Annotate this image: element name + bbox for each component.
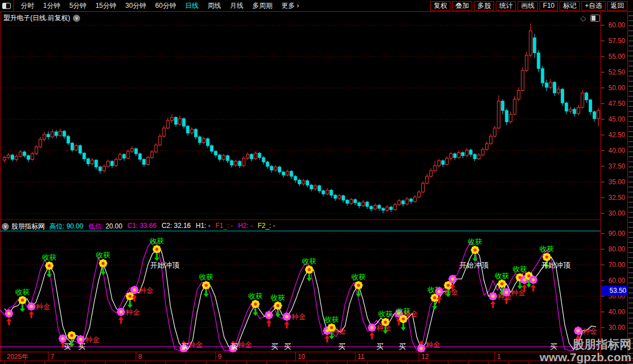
svg-text:收获: 收获 (42, 253, 57, 262)
menu-item[interactable]: 30分钟 (121, 1, 151, 11)
toolbar-button[interactable]: 统计 (496, 1, 516, 11)
svg-text:60.00: 60.00 (608, 277, 625, 284)
indicator-param: H1: - (196, 222, 211, 231)
toolbar-button[interactable]: +自选 (581, 1, 606, 11)
indicator-param: 低位: 20.00 (89, 222, 123, 231)
svg-text:种金: 种金 (583, 327, 597, 335)
svg-text:收获: 收获 (248, 292, 263, 300)
toolbar-button[interactable]: 复权 (430, 1, 450, 11)
period-menu: 分时1分钟5分钟15分钟30分钟60分钟日线周线月线多周期更多 › (16, 1, 304, 11)
svg-text:买: 买 (181, 342, 189, 351)
indicator-chevron-icon[interactable]: ∨ (2, 223, 9, 230)
harvest-flower-icon (126, 292, 134, 309)
svg-text:30.00: 30.00 (608, 209, 625, 217)
menu-item[interactable]: 更多 › (277, 1, 303, 11)
panel-toggle-icon[interactable] (2, 3, 11, 9)
svg-text:40.00: 40.00 (608, 147, 625, 155)
svg-text:买: 买 (338, 342, 346, 351)
svg-text:8: 8 (138, 353, 142, 361)
svg-text:90.00: 90.00 (608, 230, 625, 237)
menu-item[interactable]: 日线 (180, 1, 203, 11)
menu-item[interactable]: 分时 (16, 1, 39, 11)
svg-text:开始冲顶: 开始冲顶 (150, 261, 180, 269)
toolbar-divider (13, 0, 14, 11)
svg-text:57.50: 57.50 (608, 37, 625, 45)
svg-text:收获: 收获 (15, 288, 30, 296)
svg-text:9: 9 (218, 353, 222, 361)
svg-text:80.00: 80.00 (608, 245, 625, 253)
svg-text:40.00: 40.00 (608, 308, 625, 316)
menu-item[interactable]: 5分钟 (65, 1, 91, 11)
chevron-down-icon[interactable]: ∨ (73, 15, 80, 22)
menu-item[interactable]: 1分钟 (39, 1, 65, 11)
plant-flower-icon (529, 276, 538, 291)
stock-title-bar: 盟升电子(日线.前复权) ∨ (3, 13, 80, 23)
svg-text:7: 7 (50, 353, 54, 361)
indicator-header: ∨ 股朋指标网 高位: 90.00低位: 20.00C1: 33.66C2: 3… (2, 222, 280, 231)
plant-flower-icon: 种金 (117, 308, 141, 324)
svg-text:70.00: 70.00 (608, 261, 625, 269)
window-split-icon[interactable] (590, 15, 600, 22)
svg-text:收获: 收获 (539, 245, 554, 253)
watermark-line1: 股朋指标网 (539, 338, 631, 351)
indicator-param: C1: 33.66 (127, 222, 156, 231)
plant-flower-icon: 种金 (502, 288, 526, 305)
svg-text:53.50: 53.50 (609, 287, 626, 295)
svg-text:1: 1 (497, 353, 501, 361)
toolbar-button[interactable]: F10 (539, 1, 558, 11)
svg-text:种金: 种金 (511, 288, 525, 297)
svg-text:买: 买 (64, 342, 71, 351)
svg-text:10: 10 (297, 353, 305, 361)
indicator-param: C2: 32.16 (161, 222, 190, 231)
toolbar-button[interactable]: 画线 (518, 1, 538, 11)
harvest-flower-icon: 收获 (42, 253, 57, 277)
indicator-current-value: 53.50 (601, 286, 628, 296)
chart-svg: 60.0057.5055.0052.5050.0047.5045.0042.50… (0, 0, 633, 364)
svg-text:种金: 种金 (444, 288, 458, 296)
site-watermark: 股朋指标网 www.7gpzb.com (539, 338, 631, 363)
stock-title: 盟升电子(日线.前复权) (3, 13, 70, 23)
svg-text:42.50: 42.50 (608, 131, 625, 139)
svg-text:收获: 收获 (324, 315, 339, 324)
plant-flower-icon: 种金 (368, 324, 392, 340)
plant-flower-icon: 种金 (435, 287, 459, 304)
toolbar-buttons: 复权叠加多股统计画线F10标记+自选返回 (429, 1, 633, 11)
svg-text:种金: 种金 (36, 302, 50, 311)
svg-text:买: 买 (231, 342, 238, 351)
menu-item[interactable]: 60分钟 (151, 1, 180, 11)
plant-flower-icon: 种金 (417, 340, 441, 352)
harvest-flower-icon: 收获 (271, 293, 285, 318)
toolbar-button[interactable]: 多股 (474, 1, 494, 11)
svg-text:55.00: 55.00 (608, 53, 625, 60)
plant-flower-icon: 种金 (283, 312, 306, 329)
menu-item[interactable]: 多周期 (248, 1, 277, 11)
svg-text:种金: 种金 (85, 335, 100, 344)
mark-diamond-icon[interactable]: ◇ (580, 14, 586, 22)
svg-text:50.00: 50.00 (608, 84, 625, 92)
indicator-params: 高位: 90.00低位: 20.00C1: 33.66C2: 32.16H1: … (49, 222, 280, 231)
svg-text:收获: 收获 (96, 251, 110, 259)
plant-flower-icon (5, 309, 13, 325)
watermark-line2: www.7gpzb.com (539, 351, 631, 363)
menu-item[interactable]: 周线 (203, 1, 225, 11)
harvest-flower-icon: 收获 (248, 292, 263, 316)
plant-flower-icon (265, 311, 273, 327)
price-axis-labels: 60.0057.5055.0052.5050.0047.5045.0042.50… (601, 21, 625, 217)
svg-text:种金: 种金 (139, 286, 153, 295)
svg-text:开始冲顶: 开始冲顶 (459, 261, 489, 269)
svg-text:买: 买 (78, 342, 86, 351)
app-window: { "window": {"title": "盟升电子(日线.前复权)"}, "… (0, 0, 633, 364)
svg-text:种金: 种金 (238, 340, 252, 349)
toolbar-button[interactable]: 标记 (560, 1, 580, 11)
toolbar-button[interactable]: 叠加 (452, 1, 472, 11)
menu-item[interactable]: 月线 (225, 1, 248, 11)
svg-text:11: 11 (357, 353, 365, 361)
svg-text:开始冲顶: 开始冲顶 (541, 261, 571, 269)
svg-text:种金: 种金 (291, 312, 306, 321)
signal-markers: 收获种金收获种金收获种金种金收获种金收获种金收获收获种金收获种金收获收获种金收获… (5, 237, 598, 352)
svg-text:52.50: 52.50 (608, 68, 625, 76)
svg-text:收获: 收获 (513, 265, 527, 273)
svg-text:买: 买 (376, 342, 384, 351)
menu-item[interactable]: 15分钟 (91, 1, 120, 11)
toolbar-button[interactable]: 返回 (607, 1, 627, 11)
